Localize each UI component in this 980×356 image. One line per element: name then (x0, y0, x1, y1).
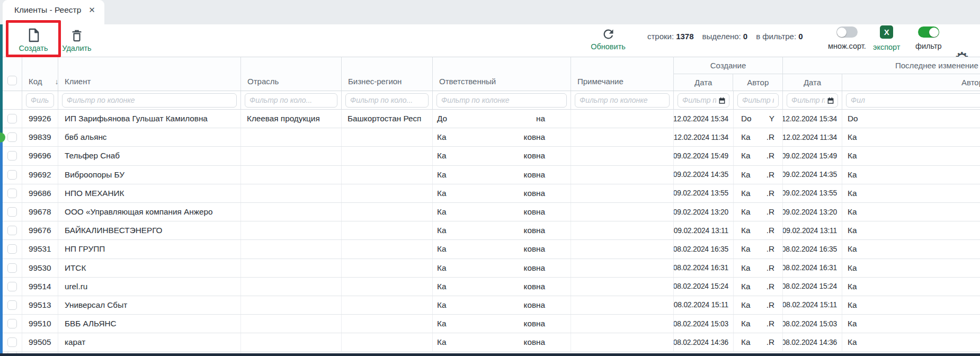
header-modified-date[interactable]: Дата (783, 74, 842, 91)
row-checkbox[interactable] (7, 170, 17, 180)
redacted-name-fragment: ковна (524, 170, 545, 180)
filter-industry-input[interactable] (245, 93, 337, 108)
filter-toggle[interactable] (918, 26, 939, 38)
header-code[interactable]: Код↓ (22, 57, 58, 91)
table-row[interactable]: 99530ИТСККаковна08.02.2024 16:31Ка.R08.0… (3, 259, 980, 278)
create-button[interactable]: Создать (15, 26, 52, 52)
redacted-name-fragment: ковна (524, 151, 545, 161)
table-row[interactable]: 99678ООО «Управляющая компания АнжероКак… (3, 203, 980, 221)
row-checkbox-cell (3, 221, 22, 239)
cell-responsible: Каковна (433, 184, 571, 202)
tab-clients-registry[interactable]: Клиенты - Реестр ✕ (3, 0, 104, 24)
table-row[interactable]: 99696Тельфер СнабКаковна09.02.2024 15:49… (3, 147, 980, 165)
filter-modified-author (842, 91, 980, 109)
table-row[interactable]: 99513Универсал СбытКаковна08.02.2024 15:… (3, 296, 980, 315)
filter-created-author-input[interactable] (737, 93, 779, 108)
table-row[interactable]: 99692Виброопоры БУКаковна09.02.2024 14:3… (3, 166, 980, 184)
filter-responsible-input[interactable] (436, 93, 567, 108)
refresh-button[interactable]: Обновить (589, 25, 627, 51)
cell-created-author: Ка.R (734, 166, 783, 184)
header-region[interactable]: Бизнес-регион (342, 57, 433, 91)
table-row[interactable]: 99531НП ГРУППКаковна08.02.2024 16:35Ка.R… (3, 240, 980, 259)
header-client[interactable]: Клиент (58, 57, 241, 91)
header-responsible[interactable]: Ответственный (433, 57, 571, 91)
cell-client: Универсал Сбыт (58, 296, 241, 314)
redacted-name-fragment: ковна (524, 282, 545, 291)
app-window: Клиенты - Реестр ✕ Создать Удалит (0, 0, 980, 356)
cell-note (571, 110, 674, 128)
row-checkbox[interactable] (7, 319, 17, 328)
tab-title: Клиенты - Реестр (14, 5, 81, 15)
header-created-author[interactable]: Автор (733, 74, 782, 91)
table-row[interactable]: 99926ИП Зарифьянова Гульшат КамиловнаКле… (3, 110, 980, 128)
cell-modified-date: 08.02.2024 15:11 (783, 296, 842, 314)
row-checkbox[interactable] (7, 263, 17, 273)
cell-created-date: 08.02.2024 15:24 (674, 278, 734, 296)
row-checkbox-cell (3, 147, 22, 165)
row-checkbox[interactable] (7, 226, 17, 235)
select-all-checkbox[interactable] (7, 76, 17, 85)
redacted-name-fragment: ковна (524, 337, 545, 347)
redacted-name-fragment: .R (767, 282, 774, 291)
header-note[interactable]: Примечание (571, 57, 674, 91)
cell-note (571, 184, 674, 202)
row-checkbox[interactable] (7, 114, 17, 123)
cell-client: НП ГРУПП (58, 240, 241, 258)
row-checkbox[interactable] (7, 300, 17, 310)
redacted-name-fragment: ковна (524, 263, 545, 273)
cell-created-date: 09.02.2024 13:20 (674, 203, 734, 221)
header-created-date[interactable]: Дата (674, 74, 733, 91)
cell-responsible: Каковна (433, 296, 571, 314)
table-header-row: Код↓ Клиент Отрасль Бизнес-регион Ответс… (3, 57, 980, 91)
cell-created-date: 12.02.2024 15:34 (674, 110, 734, 128)
export-block: X экспорт (873, 26, 900, 51)
table-row[interactable]: 99676БАЙКАЛИНВЕСТЭНЕРГОКаковна09.02.2024… (3, 221, 980, 240)
cell-responsible: Дона (433, 110, 571, 128)
row-checkbox[interactable] (7, 282, 17, 291)
toggle-knob (837, 28, 847, 37)
filter-code-input[interactable] (26, 93, 54, 108)
header-modified-author[interactable]: Автор (842, 74, 980, 91)
table-row[interactable]: 99514urel.ruКаковна08.02.2024 15:24Ка.R0… (3, 278, 980, 296)
calendar-icon[interactable] (718, 96, 726, 106)
cell-modified-date: 12.02.2024 15:34 (783, 110, 842, 128)
row-checkbox-cell (3, 203, 22, 221)
row-checkbox-cell (3, 333, 22, 351)
cell-responsible: Каковна (433, 128, 571, 146)
delete-button[interactable]: Удалить (58, 26, 95, 52)
filter-row (3, 91, 980, 110)
cell-region (342, 240, 433, 258)
table-row[interactable]: 99510БВБ АЛЬЯНСКаковна08.02.2024 15:03Ка… (3, 315, 980, 333)
filter-created-author (734, 91, 783, 109)
filter-industry (241, 91, 342, 109)
excel-export-icon[interactable]: X (880, 25, 893, 39)
row-checkbox[interactable] (7, 151, 17, 161)
filter-modified-author-input[interactable] (846, 93, 980, 108)
cell-client: бвб альянс (58, 128, 241, 146)
row-checkbox[interactable] (7, 189, 17, 198)
cell-responsible: Каковна (433, 278, 571, 296)
row-checkbox[interactable] (7, 337, 17, 347)
filter-client-input[interactable] (62, 93, 237, 108)
cell-region (342, 128, 433, 146)
calendar-icon[interactable] (827, 96, 834, 106)
cell-created-date: 08.02.2024 16:35 (674, 240, 734, 258)
tab-close-icon[interactable]: ✕ (88, 5, 95, 15)
header-industry[interactable]: Отрасль (241, 57, 342, 91)
table-row[interactable]: 99839бвб альянсКаковна12.02.2024 11:34Ка… (3, 128, 980, 147)
redacted-name-fragment: ковна (524, 132, 545, 142)
row-checkbox[interactable] (7, 244, 17, 254)
cell-code: 99676 (22, 221, 58, 239)
table-row[interactable]: 99686НПО МЕХАНИККаковна09.02.2024 13:55К… (3, 184, 980, 203)
filter-region-input[interactable] (345, 93, 429, 108)
cell-region (342, 333, 433, 351)
row-checkbox-cell (3, 315, 22, 333)
row-checkbox[interactable] (7, 207, 17, 217)
multisort-toggle[interactable] (836, 26, 858, 38)
cell-region (342, 166, 433, 184)
cell-industry (241, 333, 342, 351)
cell-created-author: Ка.R (734, 315, 783, 333)
row-checkbox[interactable] (7, 132, 17, 142)
table-row[interactable]: 99505каратКаковна08.02.2024 14:36Ка.R08.… (3, 333, 980, 352)
filter-note-input[interactable] (575, 93, 670, 108)
